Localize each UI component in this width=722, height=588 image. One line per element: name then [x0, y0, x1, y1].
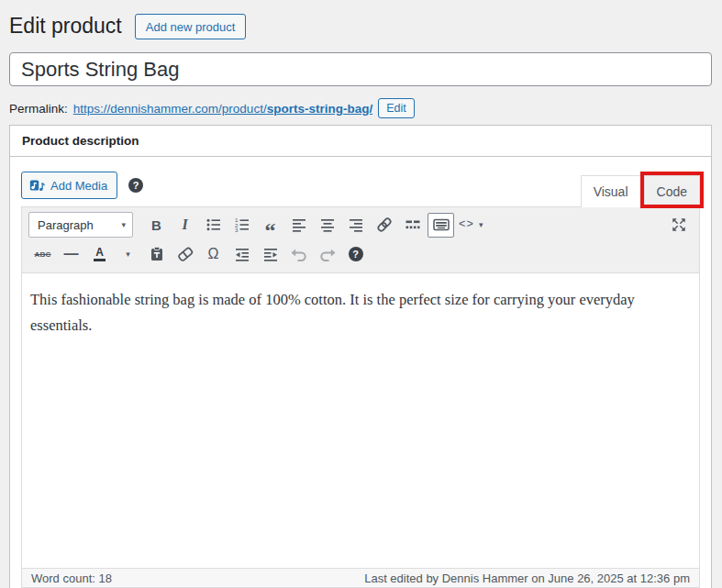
align-right-button[interactable] — [342, 213, 369, 238]
editor-container: Paragraph ▾ B I — [21, 206, 700, 588]
last-edited: Last edited by Dennis Hammer on June 26,… — [364, 571, 690, 585]
eraser-icon — [176, 245, 194, 263]
undo-icon — [290, 245, 308, 263]
special-character-button[interactable]: Ω — [200, 242, 227, 267]
fullscreen-expand-icon — [671, 216, 687, 233]
add-new-product-button[interactable]: Add new product — [135, 14, 247, 39]
align-left-button[interactable] — [285, 213, 312, 238]
redo-icon — [318, 245, 337, 263]
text-color-letter: A — [95, 247, 104, 258]
svg-text:3: 3 — [235, 227, 239, 233]
permalink-url-link[interactable]: https://dennishammer.com/product/sports-… — [73, 102, 372, 116]
bullet-list-icon — [205, 216, 223, 234]
align-right-icon — [347, 216, 365, 234]
code-dropdown-button[interactable]: <> ▾ — [456, 213, 486, 238]
fullscreen-button[interactable] — [665, 213, 692, 238]
redo-button[interactable] — [314, 242, 340, 267]
clear-formatting-button[interactable] — [172, 242, 198, 267]
permalink-url-prefix: https://dennishammer.com/product/ — [73, 102, 267, 116]
text-color-dropdown-button[interactable]: ▾ — [115, 242, 141, 267]
link-button[interactable] — [371, 213, 397, 238]
keyboard-shortcuts-help-button[interactable]: ? — [342, 242, 369, 267]
media-icon — [29, 178, 45, 194]
editor-toolbar: Paragraph ▾ B I — [22, 207, 699, 273]
help-icon[interactable]: ? — [128, 178, 143, 193]
paragraph-format-value: Paragraph — [38, 218, 94, 232]
read-more-tag-button[interactable] — [399, 213, 426, 238]
indent-button[interactable] — [257, 242, 283, 267]
align-center-icon — [318, 216, 337, 234]
keyboard-icon — [432, 216, 450, 234]
outdent-button[interactable] — [228, 242, 255, 267]
italic-button[interactable]: I — [172, 213, 198, 238]
permalink-row: Permalink: https://dennishammer.com/prod… — [9, 97, 712, 119]
add-media-button[interactable]: Add Media — [21, 172, 117, 199]
toolbar-row-1: Paragraph ▾ B I — [28, 210, 693, 239]
text-color-button[interactable]: A — [86, 242, 113, 267]
bullet-list-button[interactable] — [200, 213, 227, 238]
word-count: Word count: 18 — [31, 571, 112, 585]
strikethrough-button[interactable]: ABC — [29, 242, 56, 267]
paste-text-clipboard-icon — [148, 245, 166, 263]
add-media-label: Add Media — [50, 179, 107, 193]
page-title: Edit product — [9, 14, 122, 39]
editor-statusbar: Word count: 18 Last edited by Dennis Ham… — [22, 568, 699, 587]
toolbar-toggle-button[interactable] — [428, 213, 454, 238]
numbered-list-button[interactable]: 1 2 3 — [228, 213, 255, 238]
horizontal-rule-button[interactable]: — — [58, 242, 84, 267]
edit-product-page: Edit product Add new product Permalink: … — [0, 0, 722, 588]
product-description-text: This fashionable string bag is made of 1… — [30, 287, 691, 339]
paste-as-text-button[interactable] — [143, 242, 170, 267]
bold-button[interactable]: B — [143, 213, 170, 238]
outdent-icon — [233, 245, 251, 263]
toolbar-row-2: ABC — A ▾ — [28, 239, 693, 269]
tab-code[interactable]: Code — [644, 175, 700, 207]
blockquote-button[interactable]: “ — [257, 213, 283, 238]
align-left-icon — [290, 216, 308, 234]
panel-title: Product description — [10, 126, 711, 157]
text-color-swatch — [94, 259, 106, 261]
numbered-list-icon: 1 2 3 — [233, 216, 251, 234]
page-header: Edit product Add new product — [9, 14, 712, 39]
product-title-input[interactable] — [9, 52, 712, 86]
help-icon: ? — [349, 247, 363, 261]
edit-permalink-button[interactable]: Edit — [378, 98, 415, 118]
align-center-button[interactable] — [314, 213, 340, 238]
editor-mode-tabs: Visual Code — [581, 175, 700, 207]
read-more-icon — [404, 216, 422, 234]
paragraph-format-dropdown[interactable]: Paragraph ▾ — [28, 212, 133, 238]
editor-tools-row: Add Media ? Visual Code — [21, 164, 700, 206]
link-icon — [375, 216, 394, 234]
chevron-down-icon: ▾ — [479, 220, 483, 229]
chevron-down-icon: ▾ — [126, 250, 130, 259]
editor-content-area[interactable]: This fashionable string bag is made of 1… — [22, 273, 699, 568]
permalink-url-slug: sports-string-bag/ — [267, 102, 373, 116]
chevron-down-icon: ▾ — [121, 220, 126, 229]
product-description-panel: Product description — [9, 125, 712, 588]
tab-code-label: Code — [657, 184, 687, 199]
indent-icon — [261, 245, 280, 263]
tab-visual[interactable]: Visual — [581, 175, 641, 207]
panel-body: Add Media ? Visual Code Paragraph — [10, 157, 711, 588]
undo-button[interactable] — [285, 242, 312, 267]
permalink-label: Permalink: — [9, 102, 68, 116]
code-brackets-icon: <> — [459, 218, 474, 231]
